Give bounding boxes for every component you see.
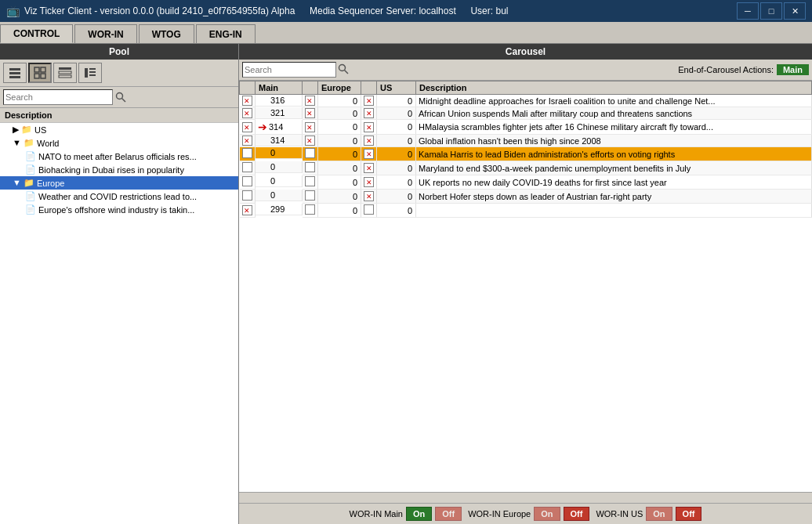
row-europe-check[interactable] [303,147,318,161]
row-europe-check[interactable]: ✕ [303,120,318,135]
row-check[interactable] [240,190,256,204]
wor-in-main-off-button[interactable]: Off [435,507,462,521]
tab-eng-in[interactable]: ENG-IN [196,24,256,43]
wor-in-europe-on-button[interactable]: On [534,507,560,521]
tree-item-weather[interactable]: 📄 Weather and COVID restrictions lead to… [0,190,238,203]
svg-point-14 [117,93,123,99]
row-us-check[interactable]: ✕ [361,175,377,190]
row-check[interactable]: ✕ [240,204,256,218]
row-europe-val: 0 [318,204,361,218]
row-check[interactable] [240,175,256,190]
wor-in-main-label: WOR-IN Main [350,509,403,519]
table-row[interactable]: ✕ 314 ✕ 0 ✕ 0 Global inflation hasn't be… [240,135,812,147]
col-us-check [361,81,377,95]
wor-in-us-control: WOR-IN US On Off [596,507,701,521]
row-desc: Kamala Harris to lead Biden administrati… [416,147,812,161]
tab-wor-in[interactable]: WOR-IN [74,24,136,43]
minimize-button[interactable]: ─ [737,2,759,20]
wor-in-us-off-button[interactable]: Off [676,507,702,521]
row-desc [416,204,812,218]
row-europe-check[interactable]: ✕ [303,107,318,120]
left-panel: Pool Description [0,44,239,524]
row-us-check[interactable]: ✕ [361,95,377,107]
wor-in-main-on-button[interactable]: On [406,507,432,521]
row-us-val: 0 [377,175,416,190]
row-main: 321 [256,107,303,119]
table-row[interactable]: ✕ ➔ 314 ✕ 0 ✕ 0 HMalaysia scrambles figh… [240,120,812,135]
article-icon3: 📄 [25,191,36,201]
row-main: 316 [256,95,303,107]
end-of-carousel-label: End-of-Carousel Actions: [678,65,774,74]
svg-rect-7 [59,67,71,70]
article-icon: 📄 [25,151,36,161]
detail-view-button[interactable] [78,63,102,83]
row-check[interactable]: ✕ [240,120,256,135]
row-us-val: 0 [377,204,416,218]
row-us-check[interactable]: ✕ [361,120,377,135]
svg-rect-4 [41,67,45,72]
row-europe-check[interactable]: ✕ [303,95,318,107]
tab-control[interactable]: CONTROL [0,24,73,43]
table-view-button[interactable] [53,63,77,83]
tree-item-us[interactable]: ▶ 📁 US [0,123,238,136]
carousel-toolbar: End-of-Carousel Actions: Main [239,60,812,81]
row-desc: HMalaysia scrambles fighter jets after 1… [416,120,812,135]
carousel-table-container: Main Europe US Description ✕ 316 [239,81,812,492]
maximize-button[interactable]: □ [760,2,782,20]
row-check[interactable]: ✕ [240,95,256,107]
row-us-val: 0 [377,161,416,175]
row-us-check[interactable]: ✕ [361,135,377,147]
row-us-check[interactable]: ✕ [361,190,377,204]
table-row[interactable]: 0 0 ✕ 0 UK reports no new daily COVID-19… [240,175,812,190]
col-check [240,81,256,95]
carousel-header: Carousel [239,44,812,60]
col-desc: Description [416,81,812,95]
list-view-button[interactable] [3,63,27,83]
main-badge[interactable]: Main [777,64,809,75]
close-button[interactable]: ✕ [784,2,806,20]
carousel-search-icon[interactable] [338,63,349,77]
row-us-check[interactable] [361,204,377,218]
row-europe-val: 0 [318,135,361,147]
tree-item-world[interactable]: ▼ 📁 World [0,136,238,150]
tree-item-nato[interactable]: 📄 NATO to meet after Belarus officials r… [0,150,238,163]
row-us-val: 0 [377,120,416,135]
row-check[interactable]: ✕ [240,107,256,120]
tab-wtog[interactable]: WTOG [139,24,194,43]
table-row[interactable]: 0 0 ✕ 0 Norbert Hofer steps down as lead… [240,190,812,204]
table-row[interactable]: ✕ 316 ✕ 0 ✕ 0 Midnight deadline approach… [240,95,812,107]
tree-item-europe[interactable]: ▼ 📁 Europe [0,176,238,190]
row-check[interactable]: ✕ [240,135,256,147]
row-check[interactable] [240,147,256,161]
table-row[interactable]: ✕ 321 ✕ 0 ✕ 0 African Union suspends Mal… [240,107,812,120]
wor-in-europe-off-button[interactable]: Off [564,507,590,521]
row-europe-check[interactable] [303,190,318,204]
table-row[interactable]: 0 0 ✕ 0 Kamala Harris to lead Biden admi… [240,147,812,161]
title-bar-server: Media Sequencer Server: localhost [310,5,456,16]
row-europe-check[interactable]: ✕ [303,135,318,147]
tree-header: Description [0,108,238,123]
table-row[interactable]: ✕ 299 0 0 [240,204,812,218]
row-us-check[interactable]: ✕ [361,107,377,120]
horizontal-scrollbar[interactable] [239,492,812,503]
row-europe-val: 0 [318,107,361,120]
row-us-check[interactable]: ✕ [361,161,377,175]
tree-area: ▶ 📁 US ▼ 📁 World 📄 NATO to meet after Be… [0,123,238,524]
row-europe-check[interactable] [303,161,318,175]
title-bar: 📺 Viz Ticker Client - version 0.0.0 (bui… [0,0,812,22]
row-europe-check[interactable] [303,204,318,218]
grid-view-button[interactable] [28,63,52,83]
carousel-controls-bar: WOR-IN Main On Off WOR-IN Europe On Off … [239,503,812,524]
wor-in-us-on-button[interactable]: On [646,507,672,521]
tree-item-biohacking[interactable]: 📄 Biohacking in Dubai rises in popularit… [0,163,238,176]
table-row[interactable]: 0 0 ✕ 0 Maryland to end $300-a-week pand… [240,161,812,175]
row-europe-check[interactable] [303,175,318,190]
row-check[interactable] [240,161,256,175]
carousel-search-input[interactable] [242,62,336,78]
pool-search-input[interactable] [3,89,113,105]
row-us-check[interactable]: ✕ [361,147,377,161]
row-us-val: 0 [377,190,416,204]
col-main: Main [256,81,303,95]
pool-search-icon[interactable] [113,89,129,105]
tree-item-offshore[interactable]: 📄 Europe's offshore wind industry is tak… [0,203,238,216]
